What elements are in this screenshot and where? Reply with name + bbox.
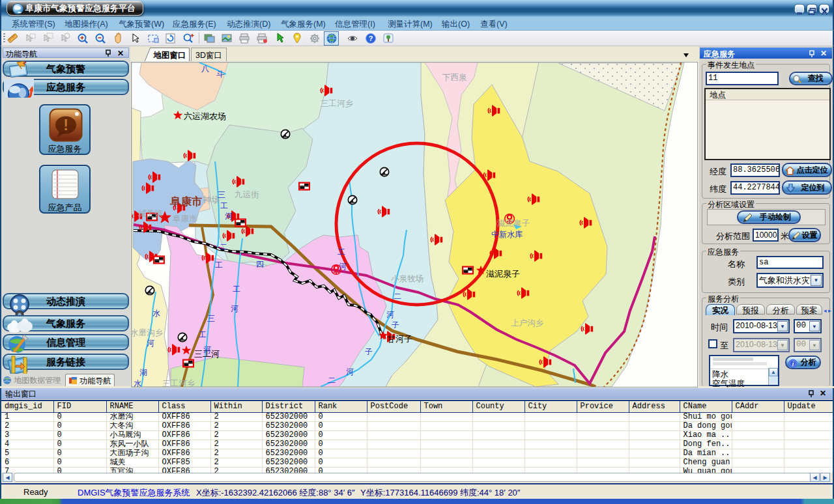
svg-text:三工河乡: 三工河乡 [162, 379, 195, 387]
svg-text:阜康市: 阜康市 [169, 195, 203, 207]
svg-text:!: ! [63, 117, 68, 133]
svg-text:滋泥泉子: 滋泥泉子 [486, 269, 520, 279]
svg-text:河: 河 [339, 262, 347, 271]
svg-text:九运街: 九运街 [235, 190, 259, 199]
svg-text:三工河乡: 三工河乡 [321, 99, 354, 108]
svg-text:子: 子 [365, 347, 373, 356]
svg-text:六运湖农场: 六运湖农场 [184, 111, 226, 121]
svg-text:?: ? [369, 35, 373, 42]
svg-text:阜康市: 阜康市 [173, 214, 197, 223]
svg-text:河: 河 [231, 304, 238, 313]
svg-text:二: 二 [220, 242, 227, 251]
svg-text:甘河子: 甘河子 [387, 334, 412, 344]
svg-text:四: 四 [256, 260, 264, 269]
svg-text:河: 河 [147, 339, 154, 348]
svg-text:城关镇: 城关镇 [138, 209, 163, 218]
svg-text:湖: 湖 [139, 368, 147, 377]
svg-text:中新水库: 中新水库 [491, 230, 523, 239]
svg-text:工: 工 [220, 201, 228, 210]
svg-text:三: 三 [207, 314, 215, 323]
svg-text:工: 工 [215, 260, 223, 270]
svg-text:八: 八 [201, 64, 209, 73]
svg-text:河: 河 [386, 310, 394, 319]
svg-text:河: 河 [225, 212, 233, 221]
svg-text:二: 二 [328, 376, 336, 385]
svg-text:二: 二 [394, 292, 401, 301]
svg-text:三: 三 [218, 190, 225, 199]
svg-text:河: 河 [203, 345, 211, 354]
svg-text:河: 河 [346, 367, 354, 376]
svg-text:上户沟乡: 上户沟乡 [511, 318, 544, 328]
svg-text:斗: 斗 [216, 70, 224, 79]
svg-text:下西泉: 下西泉 [442, 73, 467, 82]
svg-text:水: 水 [134, 379, 141, 387]
svg-text:子: 子 [392, 320, 399, 329]
svg-text:水磨沟乡: 水磨沟乡 [132, 328, 164, 337]
svg-text:工: 工 [233, 285, 240, 294]
svg-text:小泉牧场: 小泉牧场 [391, 274, 424, 283]
svg-text:滋泥泉子: 滋泥泉子 [497, 219, 530, 228]
svg-text:工: 工 [199, 330, 207, 339]
svg-text:水: 水 [152, 309, 160, 318]
svg-text:工: 工 [338, 247, 345, 257]
